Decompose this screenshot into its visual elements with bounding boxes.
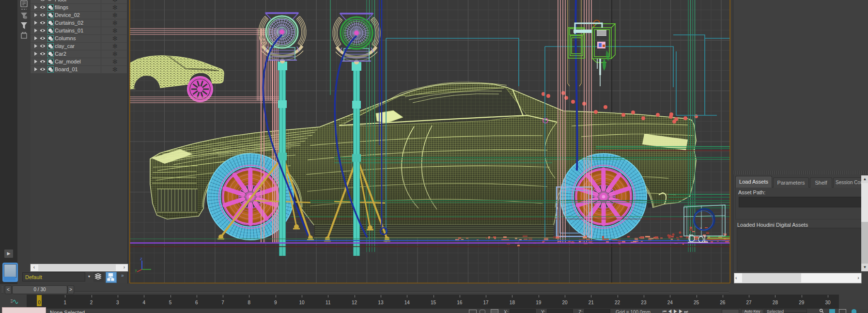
svg-text:y: y: [135, 268, 137, 272]
svg-text:Z: Z: [140, 257, 142, 261]
